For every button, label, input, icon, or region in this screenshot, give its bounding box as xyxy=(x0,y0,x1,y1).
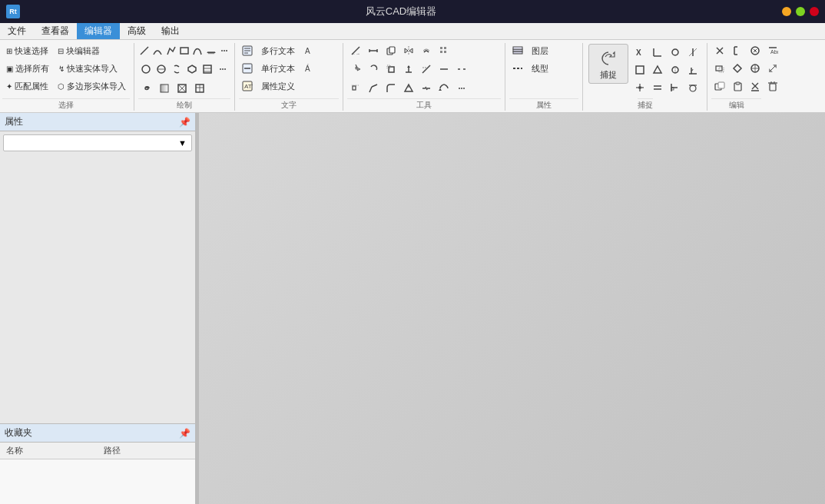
draw-table-button[interactable] xyxy=(191,80,208,97)
menu-file[interactable]: 文件 xyxy=(0,23,34,39)
polygon-entity-import-button[interactable]: ⬡ 多边形实体导入 xyxy=(54,78,130,94)
tool-scale[interactable] xyxy=(383,61,399,78)
properties-group-label: 属性 xyxy=(509,98,578,112)
layer-button[interactable]: 图层 xyxy=(528,42,552,59)
close-button[interactable] xyxy=(810,7,819,16)
svg-marker-8 xyxy=(188,65,196,73)
capture-x-button[interactable]: X xyxy=(631,44,648,61)
svg-text:←→: ←→ xyxy=(351,51,360,56)
quick-entity-import-button[interactable]: ↯ 快速实体导入 xyxy=(55,60,121,77)
capture-circ2-button[interactable] xyxy=(667,61,684,78)
draw-gradient-button[interactable] xyxy=(156,80,173,97)
menu-viewer[interactable]: 查看器 xyxy=(34,23,77,39)
tool-explode[interactable] xyxy=(400,80,417,97)
tool-copy[interactable] xyxy=(383,42,399,59)
edit-cut[interactable] xyxy=(747,78,764,94)
tool-array[interactable] xyxy=(436,42,452,59)
svg-marker-83 xyxy=(654,66,661,73)
draw-cloud-button[interactable] xyxy=(204,42,217,59)
capture-node-button[interactable] xyxy=(684,44,701,61)
tool-fillet[interactable] xyxy=(383,80,399,97)
capture-circle-button[interactable] xyxy=(667,44,684,61)
menu-output[interactable]: 输出 xyxy=(154,23,187,39)
tool-chamfer[interactable] xyxy=(365,80,382,97)
capture-tri-button[interactable] xyxy=(649,61,666,78)
tool-rotate[interactable] xyxy=(365,61,382,78)
capture-l-button[interactable] xyxy=(649,44,666,61)
edit-rect-sel[interactable] xyxy=(711,60,728,77)
tool-align[interactable] xyxy=(347,80,364,97)
maximize-button[interactable] xyxy=(796,7,805,16)
edit-l-bracket[interactable] xyxy=(729,42,746,59)
text-tool1[interactable]: A xyxy=(300,42,317,59)
edit-resize[interactable] xyxy=(764,60,781,77)
draw-more2-button[interactable] xyxy=(216,61,230,78)
draw-spiral-button[interactable] xyxy=(138,80,155,97)
canvas-area[interactable] xyxy=(199,113,825,504)
linetype-button[interactable]: 线型 xyxy=(528,60,552,77)
edit-close[interactable] xyxy=(711,42,728,59)
menu-advanced[interactable]: 高级 xyxy=(120,23,154,39)
svg-rect-44 xyxy=(444,51,446,53)
text-tool2[interactable]: Á xyxy=(300,60,317,77)
properties-dropdown[interactable]: ▼ xyxy=(3,134,192,151)
capture-tangent-button[interactable] xyxy=(684,79,701,96)
select-all-button[interactable]: ▣ 选择所有 xyxy=(2,60,53,77)
edit-delete[interactable] xyxy=(764,78,781,94)
svg-rect-37 xyxy=(389,47,395,53)
edit-circ3[interactable] xyxy=(747,60,764,77)
edit-text-top[interactable]: Abc xyxy=(764,42,781,59)
edit-diamond[interactable] xyxy=(729,60,746,77)
svg-point-12 xyxy=(220,68,221,70)
tool-move[interactable] xyxy=(347,61,364,78)
match-properties-button[interactable]: ✦ 匹配属性 xyxy=(2,78,52,94)
capture-angle-button[interactable] xyxy=(684,61,701,78)
properties-pin-icon[interactable]: 📌 xyxy=(179,117,191,128)
svg-point-79 xyxy=(672,49,678,55)
draw-line-button[interactable] xyxy=(138,42,151,59)
tool-distance[interactable] xyxy=(365,42,382,59)
capture-parallel-button[interactable] xyxy=(649,79,666,96)
draw-rect-button[interactable] xyxy=(178,42,191,59)
tool-measure[interactable]: ←→ xyxy=(347,42,364,59)
tool-more[interactable] xyxy=(453,80,470,97)
quick-select-button[interactable]: ⊞ 快速选择 xyxy=(2,42,52,59)
draw-circle2-button[interactable] xyxy=(154,61,168,78)
draw-hatch-button[interactable] xyxy=(200,61,215,78)
tool-break[interactable] xyxy=(453,61,470,78)
edit-paste[interactable] xyxy=(729,78,746,94)
tool-reverse[interactable] xyxy=(436,80,452,97)
draw-rotate-button[interactable] xyxy=(169,61,184,78)
tool-mirror[interactable] xyxy=(400,42,417,59)
menu-editor[interactable]: 编辑器 xyxy=(77,23,120,39)
minimize-button[interactable] xyxy=(782,7,791,16)
capture-rect-button[interactable] xyxy=(631,61,648,78)
properties-header: 属性 📌 xyxy=(0,113,195,131)
capture-point-button[interactable] xyxy=(631,79,648,96)
edit-circle-x[interactable] xyxy=(747,42,764,59)
tool-extend[interactable] xyxy=(436,61,452,78)
menu-bar: 文件 查看器 编辑器 高级 输出 xyxy=(0,23,825,40)
favorites-pin-icon[interactable]: 📌 xyxy=(179,428,191,439)
capture-large-button[interactable]: 捕捉 xyxy=(588,44,628,84)
tool-offset[interactable] xyxy=(418,42,435,59)
tool-trim[interactable] xyxy=(418,61,435,78)
capture-perp-button[interactable] xyxy=(667,79,684,96)
edit-copy2[interactable] xyxy=(711,78,728,94)
multiline-text-button[interactable]: 多行文本 xyxy=(257,42,299,59)
svg-marker-50 xyxy=(407,65,410,68)
draw-polygon-button[interactable] xyxy=(185,61,200,78)
toolbar-draw-group: 绘制 xyxy=(136,41,233,112)
draw-spline-button[interactable] xyxy=(191,42,204,59)
tool-stretch[interactable] xyxy=(400,61,417,78)
draw-wipeout-button[interactable] xyxy=(174,80,191,97)
block-editor-button[interactable]: ⊟ 块编辑器 xyxy=(54,42,104,59)
tool-join[interactable] xyxy=(418,80,435,97)
attribute-define-button[interactable]: 属性定义 xyxy=(257,78,299,94)
draw-polyline-button[interactable] xyxy=(165,42,177,59)
draw-circle-button[interactable] xyxy=(138,61,153,78)
draw-more1-button[interactable] xyxy=(218,42,230,59)
singleline-text-button[interactable]: 单行文本 xyxy=(257,60,299,77)
draw-arc-button[interactable] xyxy=(151,42,164,59)
svg-point-2 xyxy=(221,50,223,51)
